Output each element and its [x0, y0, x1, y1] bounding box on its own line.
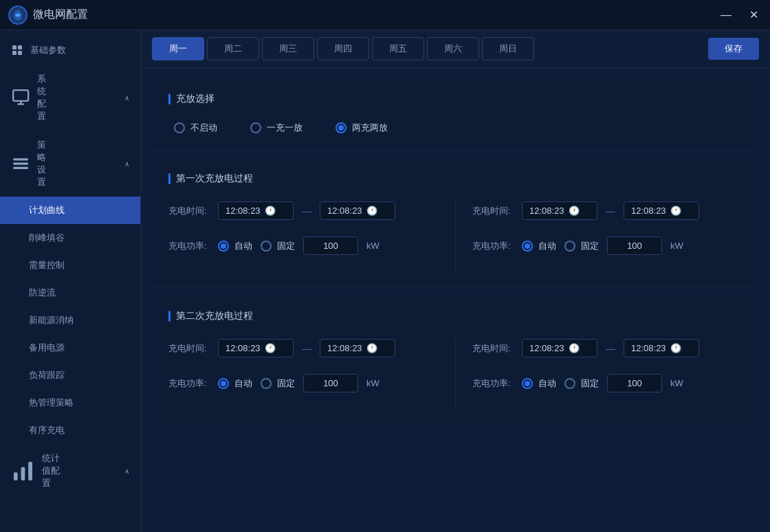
- first-right-time-end[interactable]: 12:08:23 🕐: [624, 201, 699, 220]
- sidebar-item-backup-power[interactable]: 备用电源: [0, 334, 140, 362]
- strategy-icon: [11, 154, 30, 173]
- power-fixed-option[interactable]: 固定: [261, 240, 295, 252]
- radio-option-off[interactable]: 不启动: [174, 122, 217, 134]
- first-left-time-start[interactable]: 12:08:23 🕐: [218, 201, 294, 220]
- sidebar-label: 有序充电: [29, 424, 65, 436]
- radio-option-two[interactable]: 两充两放: [336, 122, 388, 134]
- second-left-power-row: 充电功率: 自动 固定 kW: [168, 374, 439, 392]
- power-fixed-option[interactable]: 固定: [261, 377, 295, 390]
- radio-one-label: 一充一放: [267, 122, 302, 134]
- svg-rect-13: [28, 461, 32, 480]
- auto-radio: [522, 378, 533, 389]
- tab-saturday[interactable]: 周六: [427, 37, 479, 60]
- time-start-value: 12:08:23: [226, 206, 261, 216]
- sidebar-item-basic-params[interactable]: 基础参数: [0, 36, 140, 65]
- svg-rect-12: [21, 467, 25, 480]
- sidebar-label: 系统配置: [37, 73, 54, 122]
- clock-icon: 🕐: [569, 206, 590, 216]
- power-auto-option[interactable]: 自动: [218, 377, 252, 390]
- second-left-time-start[interactable]: 12:08:23 🕐: [218, 339, 294, 357]
- tab-sunday[interactable]: 周日: [482, 37, 534, 60]
- save-button[interactable]: 保存: [708, 38, 759, 60]
- sidebar-label: 防逆流: [29, 287, 56, 299]
- sidebar-label: 策略设置: [37, 139, 54, 188]
- first-process-section: 第一次充放电过程 充电时间: 12:08:23 🕐 —: [152, 159, 759, 285]
- power-auto-option[interactable]: 自动: [522, 240, 556, 252]
- title-left: 微电网配置: [8, 5, 88, 25]
- title-controls: — ✕: [718, 7, 762, 23]
- section-title-first-process: 第一次充放电过程: [168, 173, 742, 185]
- charge-power-label: 充电功率:: [472, 240, 514, 252]
- tab-thursday[interactable]: 周四: [317, 37, 369, 60]
- dash: —: [302, 343, 311, 354]
- first-left-time-row: 充电时间: 12:08:23 🕐 — 12:08:23 🕐: [168, 201, 439, 220]
- chevron-up-icon: ∧: [124, 467, 129, 475]
- power-unit: kW: [366, 241, 380, 251]
- sidebar-item-demand-control[interactable]: 需量控制: [0, 252, 140, 279]
- radio-two: [336, 122, 346, 133]
- sidebar-item-thermal-mgmt[interactable]: 热管理策略: [0, 389, 140, 417]
- sidebar-item-anti-backflow[interactable]: 防逆流: [0, 279, 140, 307]
- auto-label: 自动: [234, 240, 252, 252]
- fixed-radio: [564, 378, 575, 389]
- time-start-value: 12:08:23: [529, 206, 564, 216]
- sidebar-item-load-tracking[interactable]: 负荷跟踪: [0, 362, 140, 389]
- tab-wednesday[interactable]: 周三: [262, 37, 314, 60]
- first-right-time-start[interactable]: 12:08:23 🕐: [522, 201, 597, 220]
- sidebar-item-plan-curve[interactable]: 计划曲线: [0, 197, 140, 224]
- radio-two-label: 两充两放: [352, 122, 388, 134]
- power-value-input[interactable]: [303, 374, 358, 392]
- power-unit: kW: [366, 378, 380, 388]
- power-auto-option[interactable]: 自动: [522, 377, 556, 390]
- power-value-input[interactable]: [607, 374, 662, 392]
- chevron-up-icon: ∧: [124, 94, 129, 102]
- fixed-label: 固定: [277, 377, 295, 390]
- sidebar-item-ordered-charge[interactable]: 有序充电: [0, 417, 140, 444]
- sidebar-item-system-config[interactable]: 系统配置 ∧: [0, 65, 140, 131]
- first-left-time-end[interactable]: 12:08:23 🕐: [320, 201, 395, 220]
- svg-rect-5: [13, 90, 28, 101]
- power-fixed-option[interactable]: 固定: [564, 240, 599, 252]
- second-left-time-row: 充电时间: 12:08:23 🕐 — 12:08:23 🕐: [168, 339, 439, 357]
- second-right-time-end[interactable]: 12:08:23 🕐: [624, 339, 699, 357]
- sidebar-label: 需量控制: [29, 259, 65, 271]
- auto-label: 自动: [538, 377, 556, 390]
- minimize-button[interactable]: —: [718, 7, 734, 23]
- power-unit: kW: [670, 378, 683, 388]
- section-title-text: 第一次充放电过程: [176, 173, 253, 185]
- tab-friday[interactable]: 周五: [372, 37, 424, 60]
- section-title-text: 充放选择: [176, 93, 214, 105]
- fixed-radio: [564, 241, 575, 252]
- tab-tuesday[interactable]: 周二: [207, 37, 259, 60]
- second-left-time-end[interactable]: 12:08:23 🕐: [320, 339, 395, 357]
- close-button[interactable]: ✕: [745, 7, 762, 23]
- second-right-power-row: 充电功率: 自动 固定 kW: [472, 374, 726, 392]
- sidebar-item-stats-config[interactable]: 统计值配置 ∧: [0, 444, 140, 498]
- title-bar-accent: [168, 93, 170, 104]
- app-logo: [8, 5, 28, 25]
- auto-radio: [218, 241, 229, 252]
- first-process-right: 充电时间: 12:08:23 🕐 — 12:08:23 🕐: [456, 201, 742, 271]
- sidebar-item-new-energy[interactable]: 新能源消纳: [0, 307, 140, 334]
- power-value-input[interactable]: [607, 236, 662, 255]
- charge-time-label: 充电时间:: [472, 342, 514, 355]
- power-value-input[interactable]: [303, 236, 358, 255]
- sidebar-item-peak-valley[interactable]: 削峰填谷: [0, 224, 140, 252]
- second-process-left: 充电时间: 12:08:23 🕐 — 12:08:23 🕐: [168, 339, 455, 409]
- svg-rect-4: [18, 51, 22, 55]
- chevron-up-icon: ∧: [124, 160, 129, 168]
- radio-option-one[interactable]: 一充一放: [250, 122, 302, 134]
- second-right-time-start[interactable]: 12:08:23 🕐: [522, 339, 597, 357]
- sidebar-item-strategy-settings[interactable]: 策略设置 ∧: [0, 131, 140, 197]
- charge-time-label: 充电时间:: [168, 342, 210, 355]
- first-left-power-row: 充电功率: 自动 固定 kW: [168, 236, 439, 255]
- sidebar-label: 基础参数: [30, 44, 66, 56]
- power-fixed-option[interactable]: 固定: [564, 377, 599, 390]
- power-auto-option[interactable]: 自动: [218, 240, 252, 252]
- tab-monday[interactable]: 周一: [152, 37, 204, 60]
- tab-list: 周一 周二 周三 周四 周五 周六 周日: [152, 37, 534, 60]
- system-icon: [11, 88, 30, 107]
- second-process-right: 充电时间: 12:08:23 🕐 — 12:08:23 🕐: [456, 339, 742, 409]
- clock-icon: 🕐: [265, 343, 286, 353]
- charge-select-section: 充放选择 不启动 一充一放 两充两放: [152, 79, 759, 148]
